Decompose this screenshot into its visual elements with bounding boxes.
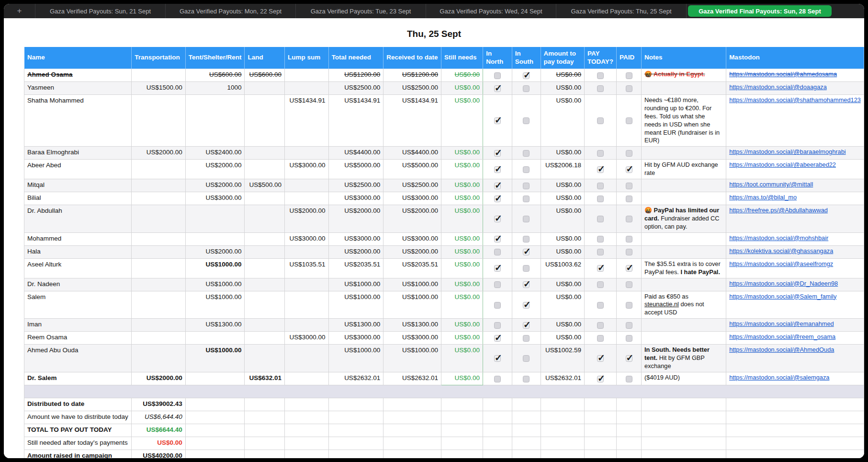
paid-checkbox[interactable] [626, 355, 632, 362]
in-south-checkbox[interactable] [523, 72, 530, 79]
paid-checkbox[interactable] [626, 150, 632, 157]
in-south-checkbox[interactable] [523, 281, 530, 288]
in-north-checkbox[interactable] [494, 322, 501, 329]
in-north-checkbox[interactable] [494, 335, 501, 342]
in-north-checkbox[interactable] [494, 72, 501, 79]
in-north-checkbox[interactable] [494, 376, 501, 382]
pay-today-checkbox[interactable] [597, 117, 604, 124]
in-south-checkbox[interactable] [523, 322, 530, 329]
mastodon-link[interactable]: https://mastodon.social/@ahmedosama [729, 70, 837, 78]
total-needed-cell: US$1434.91 [328, 95, 383, 147]
in-north-checkbox[interactable] [494, 355, 501, 362]
in-south-checkbox[interactable] [523, 85, 530, 92]
paid-checkbox[interactable] [626, 236, 632, 243]
paid-checkbox[interactable] [626, 216, 632, 222]
note-text[interactable]: steunactie.nl [644, 300, 679, 308]
in-north-checkbox[interactable] [494, 249, 501, 255]
in-south-checkbox[interactable] [523, 216, 530, 222]
mastodon-link[interactable]: https://mastodon.social/@Dr_Nadeen98 [729, 280, 838, 287]
pay-today-checkbox[interactable] [597, 166, 604, 173]
paid-checkbox[interactable] [626, 196, 632, 202]
tab-gaza-payouts-wed-24[interactable]: Gaza Verified Payouts: Wed, 24 Sept [426, 4, 556, 18]
tab-gaza-payouts-thu-25[interactable]: Gaza Verified Payouts: Thu, 25 Sept [556, 4, 687, 18]
in-south-checkbox[interactable] [523, 236, 530, 243]
mastodon-link[interactable]: https://mastodon.social/@baraaelmoghrabi [729, 148, 845, 155]
mastodon-link[interactable]: https://mastodon.social/@abeerabed22 [729, 161, 836, 168]
pay-today-checkbox[interactable] [597, 302, 604, 309]
mastodon-link[interactable]: https://mas.to/@bilal_mo [729, 194, 797, 201]
paid-checkbox[interactable] [626, 376, 632, 382]
paid-checkbox[interactable] [626, 335, 632, 342]
paid-checkbox[interactable] [626, 322, 632, 329]
empty-cell [185, 398, 245, 411]
pay-today-checkbox[interactable] [597, 183, 604, 189]
pay-today-checkbox[interactable] [597, 236, 604, 243]
pay-today-checkbox[interactable] [597, 322, 604, 329]
in-south-checkbox[interactable] [523, 117, 530, 124]
mastodon-link[interactable]: https://mastodon.social/@AhmedOuda [729, 346, 834, 353]
in-south-checkbox[interactable] [523, 150, 530, 157]
tab-gaza-payouts-sun-21[interactable]: Gaza Verified Payouts: Sun, 21 Sept [35, 4, 166, 18]
pay-today-checkbox[interactable] [597, 281, 604, 288]
pay-today-checkbox[interactable] [597, 355, 604, 362]
pay-today-checkbox[interactable] [597, 85, 604, 92]
pay-today-checkbox[interactable] [597, 216, 604, 222]
mastodon-link[interactable]: https://mastodon.social/@reem_osama [729, 333, 835, 340]
mastodon-link[interactable]: https://mastodon.social/@aseelfromgz [729, 260, 833, 267]
in-south-checkbox[interactable] [523, 183, 530, 189]
in-north-checkbox[interactable] [494, 183, 501, 189]
mastodon-link[interactable]: https://mastodon.social/@mohshbair [729, 234, 828, 242]
in-north-checkbox[interactable] [494, 216, 501, 222]
mastodon-link[interactable]: https://mastodon.social/@doaagaza [729, 83, 827, 91]
in-south-checkbox[interactable] [523, 166, 530, 173]
paid-checkbox[interactable] [626, 265, 632, 272]
paid-checkbox[interactable] [626, 117, 632, 124]
paid-checkbox[interactable] [626, 183, 632, 189]
in-north-checkbox[interactable] [494, 196, 501, 202]
in-north-checkbox[interactable] [494, 117, 501, 124]
in-south-checkbox[interactable] [523, 265, 530, 272]
transportation-cell [132, 245, 185, 258]
in-north-checkbox[interactable] [494, 85, 501, 92]
in-north-checkbox[interactable] [494, 281, 501, 288]
paid-checkbox[interactable] [626, 85, 632, 92]
paid-checkbox[interactable] [626, 166, 632, 173]
mastodon-link[interactable]: https://mastodon.social/@Salem_family [729, 293, 836, 300]
paid-checkbox[interactable] [626, 249, 632, 255]
pay-today-checkbox[interactable] [597, 196, 604, 202]
in-north-checkbox[interactable] [494, 302, 501, 309]
mastodon-link[interactable]: https://mastodon.social/@shathamohammed1… [729, 96, 861, 104]
in-north-checkbox[interactable] [494, 236, 501, 243]
in-north-checkbox[interactable] [494, 166, 501, 173]
table-row: Shatha MohammedUS$1434.91US$1434.91US$14… [24, 95, 864, 147]
in-south-checkbox[interactable] [523, 335, 530, 342]
mastodon-link[interactable]: https://toot.community/@mittall [729, 181, 813, 188]
pay-today-checkbox[interactable] [597, 150, 604, 157]
in-south-checkbox[interactable] [523, 196, 530, 202]
add-tab-button[interactable]: + [4, 4, 35, 18]
pay-today-checkbox[interactable] [597, 376, 604, 382]
pay-today-checkbox[interactable] [597, 72, 604, 79]
paid-cell [617, 147, 642, 160]
tab-gaza-payouts-mon-22[interactable]: Gaza Verified Payouts: Mon, 22 Sept [166, 4, 296, 18]
mastodon-link[interactable]: https://mastodon.social/@salemgaza [729, 374, 829, 381]
pay-today-checkbox[interactable] [597, 249, 604, 255]
pay-today-checkbox[interactable] [597, 265, 604, 272]
in-north-checkbox[interactable] [494, 150, 501, 157]
tab-gaza-final-payouts-sun-28[interactable]: Gaza Verified Final Payouts: Sun, 28 Sep… [688, 5, 832, 17]
tab-gaza-payouts-tue-23[interactable]: Gaza Verified Payouts: Tue, 23 Sept [296, 4, 426, 18]
in-south-checkbox[interactable] [523, 249, 530, 255]
in-south-checkbox[interactable] [523, 376, 530, 382]
mastodon-link[interactable]: https://kolektiva.social/@ghassangaza [729, 247, 833, 254]
paid-checkbox[interactable] [626, 302, 632, 309]
paid-checkbox[interactable] [626, 72, 632, 79]
pay-today-checkbox[interactable] [597, 335, 604, 342]
mastodon-link[interactable]: https://freefree.ps/@Abdullahawwad [729, 207, 828, 214]
in-south-checkbox[interactable] [523, 302, 530, 309]
pay-today-cell [585, 179, 617, 192]
mastodon-link[interactable]: https://mastodon.social/@emanahmed [729, 320, 834, 327]
in-south-checkbox[interactable] [523, 355, 530, 362]
empty-cell [483, 411, 512, 424]
in-north-checkbox[interactable] [494, 265, 501, 272]
paid-checkbox[interactable] [626, 281, 632, 288]
